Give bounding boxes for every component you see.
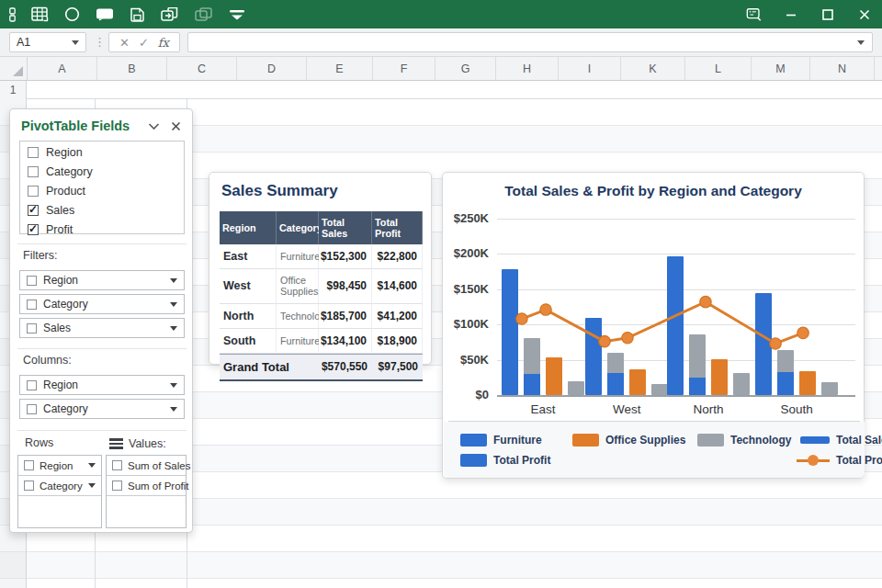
rows-item-checkbox[interactable] — [24, 481, 34, 491]
table-cell-category: Furniture — [277, 329, 319, 354]
formula-buttons: ✕ ✓ fx — [108, 32, 180, 52]
field-checkbox-region[interactable] — [28, 147, 39, 158]
column-header-M[interactable]: M — [752, 57, 810, 80]
column-headers: ABCDEFGHIKLMN — [0, 57, 882, 81]
column-header-I[interactable]: I — [559, 57, 621, 80]
filter-dropdown-sales-checkbox[interactable] — [27, 323, 37, 334]
field-item-category[interactable]: Category — [20, 163, 184, 180]
filter-dropdown-region-label: Region — [43, 274, 78, 287]
table-header-total-profit: Total Profit — [372, 211, 423, 244]
sheet-row-1[interactable]: 1 — [0, 81, 882, 99]
values-item[interactable]: Sum of Sales — [107, 456, 186, 476]
table-cell-region: South — [220, 329, 277, 354]
chevron-down-icon[interactable] — [170, 383, 177, 388]
table-cell-total-profit: $41,200 — [372, 304, 423, 329]
column-header-H[interactable]: H — [496, 57, 559, 80]
name-box-dropdown-icon[interactable] — [72, 40, 79, 45]
column-header-E[interactable]: E — [307, 57, 373, 80]
chart-legend — [444, 422, 865, 478]
chart-plot-area — [497, 219, 855, 395]
filter-icon[interactable] — [228, 8, 246, 21]
filter-dropdown-category-checkbox[interactable] — [27, 300, 37, 310]
field-checkbox-sales[interactable] — [28, 205, 39, 216]
chevron-down-icon[interactable] — [88, 483, 96, 488]
grand-total-label: Grand Total — [220, 354, 319, 381]
rows-item-region[interactable]: Region — [18, 456, 101, 476]
values-item-label: Sum of Sales — [128, 460, 190, 471]
row-header-1[interactable]: 1 — [0, 81, 27, 99]
chevron-down-icon[interactable] — [170, 302, 177, 307]
values-item[interactable]: Sum of Profit — [107, 476, 186, 496]
values-item-checkbox[interactable] — [112, 481, 122, 491]
table-cell-region: East — [220, 244, 277, 269]
rows-item-checkbox[interactable] — [24, 460, 34, 470]
columns-dropdown-category-checkbox[interactable] — [27, 404, 37, 414]
field-label: Product — [46, 185, 85, 198]
share-window-icon[interactable] — [161, 7, 179, 22]
enter-icon[interactable]: ✓ — [139, 36, 149, 50]
workbook-grid-icon[interactable] — [31, 6, 49, 22]
field-item-region[interactable]: Region — [20, 143, 184, 161]
field-checkbox-category[interactable] — [28, 166, 39, 177]
formula-input[interactable] — [187, 32, 873, 52]
gridline — [497, 395, 855, 397]
column-header-D[interactable]: D — [237, 57, 307, 80]
column-header-B[interactable]: B — [97, 57, 167, 80]
close-button[interactable] — [856, 6, 873, 23]
insert-function-icon[interactable]: fx — [158, 36, 169, 50]
chevron-down-icon[interactable] — [170, 407, 177, 412]
chevron-down-icon[interactable] — [170, 278, 177, 283]
filter-dropdown-sales[interactable]: Sales — [19, 318, 185, 338]
column-header-G[interactable]: G — [435, 57, 496, 80]
table-cell-total-profit: $22,800 — [372, 244, 423, 269]
field-item-product[interactable]: Product — [20, 182, 184, 199]
field-label: Region — [46, 146, 83, 159]
sales-summary-table: RegionCategoryTotal SalesTotal ProfitEas… — [220, 211, 423, 381]
column-header-N[interactable]: N — [810, 57, 875, 80]
column-header-C[interactable]: C — [167, 57, 237, 80]
chevron-down-icon[interactable] — [88, 463, 96, 468]
name-box[interactable]: A1 — [9, 32, 86, 52]
legend-line-swatch — [797, 454, 830, 467]
table-header-region: Region — [220, 211, 277, 244]
field-item-sales[interactable]: Sales — [20, 201, 184, 219]
legend-swatch — [572, 434, 599, 447]
field-checkbox-profit[interactable] — [28, 224, 39, 235]
panel-close-icon[interactable] — [171, 121, 181, 131]
column-header-F[interactable]: F — [373, 57, 435, 80]
columns-dropdown-category[interactable]: Category — [19, 399, 185, 419]
column-header-A[interactable]: A — [28, 57, 97, 80]
select-all-cell[interactable] — [0, 57, 28, 80]
columns-dropdown-region-checkbox[interactable] — [27, 380, 37, 390]
rows-item-category[interactable]: Category — [18, 476, 101, 496]
chevron-down-icon[interactable] — [170, 326, 177, 331]
chart-card: Total Sales & Profit by Region and Categ… — [442, 172, 865, 479]
select-all-triangle-icon — [13, 66, 23, 76]
window-icon[interactable] — [96, 7, 114, 21]
y-axis-tick: $250K — [434, 211, 489, 225]
table-cell-total-sales: $152,300 — [319, 244, 372, 269]
save-icon[interactable] — [130, 6, 145, 22]
maximize-button[interactable] — [820, 6, 836, 23]
values-label: Values: — [129, 437, 166, 450]
search-sheet-icon[interactable] — [746, 6, 763, 23]
minimize-button[interactable] — [783, 6, 799, 23]
rows-item-label: Region — [40, 460, 73, 471]
circle-icon[interactable] — [64, 6, 80, 22]
chevron-down-icon[interactable] — [148, 122, 160, 130]
filter-dropdown-category[interactable]: Category — [19, 294, 185, 314]
filter-dropdown-region-checkbox[interactable] — [27, 276, 37, 286]
columns-dropdown-region[interactable]: Region — [19, 375, 185, 395]
line-marker — [540, 304, 551, 315]
values-item-checkbox[interactable] — [112, 460, 122, 470]
column-header-K[interactable]: K — [621, 57, 685, 80]
field-checkbox-product[interactable] — [28, 186, 39, 197]
y-axis-tick: $50K — [434, 353, 489, 367]
formula-bar-expand-icon[interactable] — [857, 40, 865, 45]
line-marker — [622, 333, 633, 344]
pivot-panel-title: PivotTable Fields — [21, 119, 130, 133]
filter-dropdown-region[interactable]: Region — [19, 270, 185, 290]
cancel-icon[interactable]: ✕ — [119, 36, 130, 50]
column-header-L[interactable]: L — [685, 57, 752, 80]
field-item-profit[interactable]: Profit — [20, 220, 184, 238]
